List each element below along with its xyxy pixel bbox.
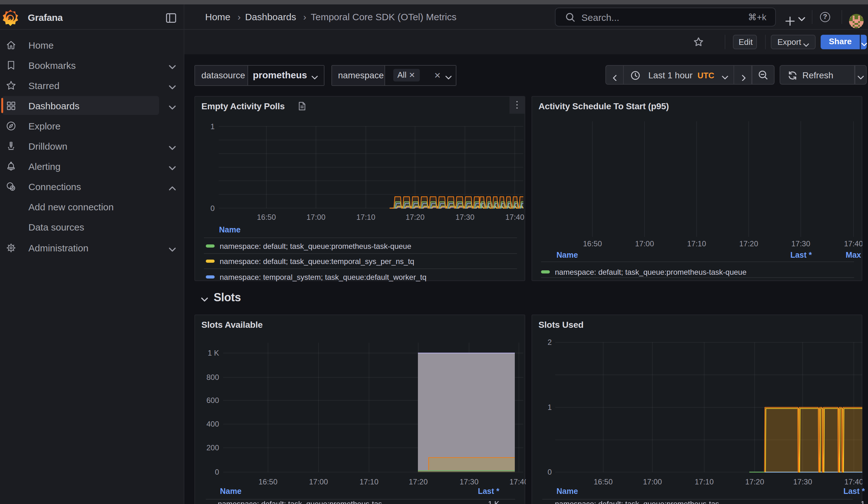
svg-text:17:20: 17:20 [409,477,428,486]
svg-text:17:40: 17:40 [505,213,524,222]
svg-text:0: 0 [215,468,219,476]
svg-text:1: 1 [548,403,552,411]
svg-text:17:30: 17:30 [455,213,474,222]
svg-text:17:40: 17:40 [844,477,862,486]
svg-text:2: 2 [548,338,552,347]
svg-text:17:00: 17:00 [309,477,328,486]
svg-text:17:40: 17:40 [509,477,526,486]
svg-text:17:10: 17:10 [360,477,379,486]
svg-text:17:10: 17:10 [695,477,714,486]
svg-text:17:00: 17:00 [307,213,326,222]
svg-text:16:50: 16:50 [257,213,276,222]
svg-text:0: 0 [210,204,215,213]
svg-text:17:40: 17:40 [844,239,862,248]
svg-text:17:20: 17:20 [406,213,425,222]
svg-text:16:50: 16:50 [583,239,602,248]
svg-text:17:30: 17:30 [793,477,812,486]
svg-text:1: 1 [210,122,215,131]
svg-text:800: 800 [206,373,219,381]
svg-text:1 K: 1 K [208,349,219,357]
svg-text:0: 0 [548,468,552,476]
svg-text:17:00: 17:00 [643,477,662,486]
svg-text:16:50: 16:50 [259,477,277,486]
svg-text:17:30: 17:30 [459,477,478,486]
svg-text:17:00: 17:00 [635,239,654,248]
svg-text:17:20: 17:20 [739,239,758,248]
svg-text:600: 600 [206,396,219,404]
svg-text:17:30: 17:30 [791,239,810,248]
svg-text:17:10: 17:10 [687,239,706,248]
svg-text:200: 200 [206,443,219,452]
svg-text:400: 400 [206,420,219,428]
svg-text:16:50: 16:50 [594,477,613,486]
svg-text:17:20: 17:20 [745,477,764,486]
svg-text:17:10: 17:10 [356,213,375,222]
